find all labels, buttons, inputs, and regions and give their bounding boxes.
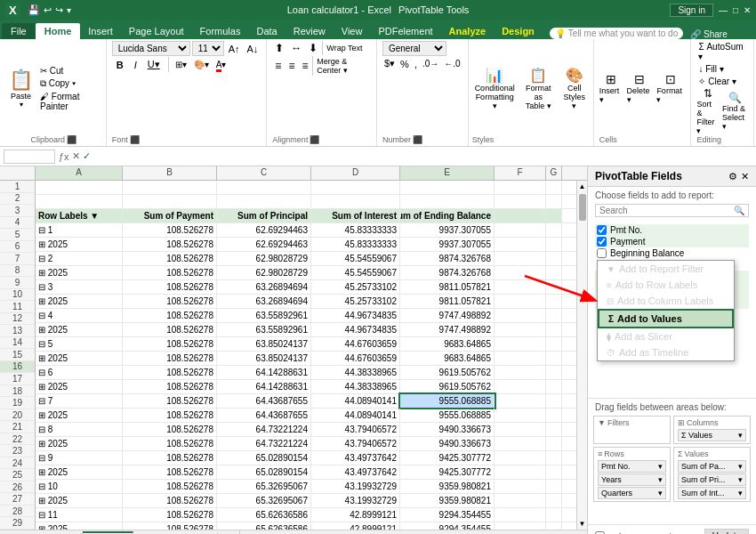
cell-reference-box[interactable]: E16: [4, 150, 55, 164]
merge-center-button[interactable]: Merge & Center ▾: [315, 56, 371, 76]
paste-button[interactable]: 📋 Paste ▾: [5, 67, 36, 110]
years-tag[interactable]: Years▾: [598, 473, 666, 486]
grid-cell[interactable]: ⊞ 2025: [36, 266, 123, 279]
autosum-button[interactable]: Σ AutoSum ▾: [696, 41, 748, 62]
grid-cell[interactable]: 9359.980821: [400, 494, 495, 507]
grid-cell[interactable]: 9683.64865: [400, 337, 495, 351]
grid-cell[interactable]: 9359.980821: [400, 480, 495, 493]
grid-cell[interactable]: [546, 238, 562, 251]
grid-cell[interactable]: 9555.068885: [400, 409, 495, 422]
wrap-text-button[interactable]: Wrap Text: [325, 43, 364, 53]
vertical-scrollbar[interactable]: ▲ ▼: [576, 181, 587, 530]
context-menu-item-timeline[interactable]: ⏱ Add as Timeline: [598, 344, 734, 360]
grid-cell[interactable]: 63.55892961: [217, 323, 311, 336]
grid-cell[interactable]: 9811.057821: [400, 295, 495, 308]
grid-cell[interactable]: 65.62636586: [217, 508, 311, 522]
grid-cell[interactable]: 108.526278: [123, 437, 217, 450]
grid-cell[interactable]: ⊟ 7: [36, 394, 123, 408]
grid-cell[interactable]: 9874.326768: [400, 252, 495, 265]
grid-cell[interactable]: [546, 352, 562, 365]
field-item-1[interactable]: Payment: [595, 236, 749, 247]
grid-cell[interactable]: [36, 181, 123, 194]
grid-cell[interactable]: [495, 309, 546, 322]
grid-cell[interactable]: 44.38338965: [311, 366, 400, 379]
grid-cell[interactable]: ⊟ 5: [36, 337, 123, 351]
grid-cell[interactable]: [495, 394, 546, 408]
grid-cell[interactable]: [217, 181, 311, 194]
grid-cell[interactable]: 63.85024137: [217, 352, 311, 365]
grid-cell[interactable]: 64.14288631: [217, 380, 311, 393]
format-cells-button[interactable]: ⊡ Format ▾: [656, 72, 685, 104]
grid-cell[interactable]: ⊟ 11: [36, 508, 123, 522]
grid-cell[interactable]: [495, 366, 546, 379]
grid-cell[interactable]: 108.526278: [123, 323, 217, 336]
tab-insert[interactable]: Insert: [80, 23, 121, 39]
grid-cell[interactable]: [495, 238, 546, 251]
grid-cell[interactable]: [546, 380, 562, 393]
cell-styles-button[interactable]: 🎨 CellStyles ▾: [559, 65, 590, 112]
grid-cell[interactable]: 44.96734835: [311, 323, 400, 336]
grid-cell[interactable]: ⊞ 2025: [36, 465, 123, 479]
grid-cell[interactable]: [546, 337, 562, 351]
cancel-formula-icon[interactable]: ✕: [72, 150, 80, 162]
bold-button[interactable]: B: [112, 58, 128, 72]
context-menu-item-row-labels[interactable]: ≡ Add to Row Labels: [598, 277, 734, 293]
scroll-up-arrow[interactable]: ▲: [577, 181, 587, 192]
grid-cell[interactable]: [546, 366, 562, 379]
increase-decimal-button[interactable]: .0→: [421, 58, 440, 69]
context-menu-item-report-filter[interactable]: ▼ Add to Report Filter: [598, 261, 734, 277]
grid-cell[interactable]: 44.08940141: [311, 409, 400, 422]
grid-cell[interactable]: 43.79406572: [311, 437, 400, 450]
grid-cell[interactable]: 65.32695067: [217, 480, 311, 493]
grid-cell[interactable]: 42.8999121: [311, 508, 400, 522]
grid-cell[interactable]: 43.19932729: [311, 480, 400, 493]
grid-cell[interactable]: [546, 409, 562, 422]
grid-cell[interactable]: 9294.354455: [400, 508, 495, 522]
grid-cell[interactable]: 108.526278: [123, 223, 217, 237]
grid-cell[interactable]: ⊟ 4: [36, 309, 123, 322]
grid-cell[interactable]: [546, 195, 562, 208]
grid-cell[interactable]: [495, 209, 546, 222]
grid-cell[interactable]: [546, 480, 562, 493]
grid-cell[interactable]: ⊟ 1: [36, 223, 123, 237]
grid-cell[interactable]: [495, 494, 546, 507]
grid-cell[interactable]: 108.526278: [123, 480, 217, 493]
quarters-tag[interactable]: Quarters▾: [598, 487, 666, 499]
grid-cell[interactable]: ⊞ 2025: [36, 295, 123, 308]
grid-cell[interactable]: 44.08940141: [311, 394, 400, 408]
sum-principal-tag[interactable]: Sum of Pri...▾: [678, 473, 746, 486]
fill-button[interactable]: ↓ Fill ▾: [696, 63, 748, 75]
border-button[interactable]: ⊞▾: [173, 59, 189, 70]
grid-cell[interactable]: ⊟ 3: [36, 280, 123, 294]
grid-cell[interactable]: [546, 508, 562, 522]
tab-pdfelement[interactable]: PDFelement: [370, 23, 440, 39]
grid-cell[interactable]: [546, 209, 562, 222]
close-icon[interactable]: ✕: [744, 5, 751, 15]
grid-cell[interactable]: ⊞ 2025: [36, 494, 123, 507]
clear-button[interactable]: ✧ Clear ▾: [696, 76, 748, 87]
align-bottom-button[interactable]: ⬇: [306, 41, 320, 55]
grid-cell[interactable]: 63.55892961: [217, 309, 311, 322]
grid-cell[interactable]: [495, 437, 546, 450]
grid-cell[interactable]: 43.79406572: [311, 423, 400, 436]
context-menu-item-column-labels[interactable]: ⊟ Add to Column Labels: [598, 293, 734, 309]
grid-cell[interactable]: 108.526278: [123, 394, 217, 408]
grid-cell[interactable]: 64.73221224: [217, 423, 311, 436]
grid-cell[interactable]: 9937.307055: [400, 223, 495, 237]
paste-dropdown[interactable]: ▾: [20, 101, 23, 109]
grid-cell[interactable]: ⊞ 2025: [36, 323, 123, 336]
values-tag[interactable]: Σ Values ▾: [678, 429, 746, 441]
function-icon[interactable]: ƒx: [59, 151, 69, 162]
grid-cell[interactable]: [495, 451, 546, 465]
grid-cell[interactable]: [495, 409, 546, 422]
grid-cell[interactable]: 108.526278: [123, 508, 217, 522]
grid-cell[interactable]: 43.19932729: [311, 494, 400, 507]
grid-cell[interactable]: 63.85024137: [217, 337, 311, 351]
tell-me-input[interactable]: 💡 Tell me what you want to do: [550, 28, 683, 39]
grid-cell[interactable]: ⊞ 2025: [36, 409, 123, 422]
grid-cell[interactable]: ⊞ 2025: [36, 380, 123, 393]
tab-data[interactable]: Data: [248, 23, 285, 39]
grid-cell[interactable]: 108.526278: [123, 238, 217, 251]
grid-cell[interactable]: 108.526278: [123, 366, 217, 379]
context-menu-item-add-values[interactable]: Σ Add to Values: [598, 309, 734, 328]
